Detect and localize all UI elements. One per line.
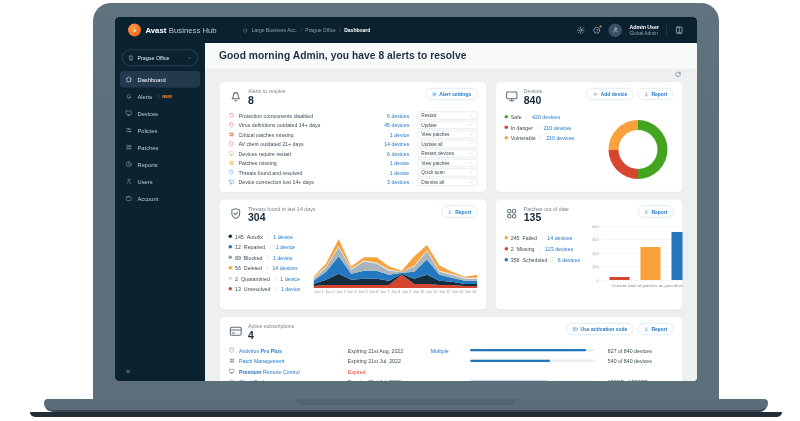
sidebar-menu: Dashboard Alerts NEW Devices — [115, 71, 205, 207]
usage-progress-bar — [470, 380, 595, 381]
dashboard-app: Avast Business Hub Large Business Acc. /… — [115, 17, 697, 381]
legend-label: Deleted — [244, 265, 262, 271]
sidebar-item-account[interactable]: Account — [120, 190, 200, 207]
legend-dot — [229, 277, 233, 281]
legend-label: Autofix — [247, 233, 263, 239]
legend-value-link[interactable]: 210 devices — [546, 135, 574, 141]
credit-card-icon — [572, 326, 578, 332]
subscription-name-link[interactable]: Premium Remote Control — [239, 368, 348, 374]
sidebar-item-dashboard[interactable]: Dashboard — [120, 71, 200, 88]
alert-action-select[interactable]: Update all — [417, 140, 477, 148]
alert-action-select[interactable]: Quick scan — [417, 168, 477, 176]
org-switcher-icon[interactable] — [675, 25, 685, 35]
alert-action-select[interactable]: Restart devices — [417, 149, 477, 157]
subscription-name-link[interactable]: Patch Management — [239, 358, 348, 364]
legend-value-link[interactable]: 6 devices — [558, 257, 580, 263]
legend-value-link[interactable]: 123 devices — [545, 246, 573, 252]
alert-action-select[interactable]: Restart — [417, 111, 477, 119]
refresh-icon[interactable] — [674, 71, 682, 79]
multiple-link[interactable]: Multiple — [431, 347, 470, 353]
legend-dot — [504, 126, 508, 130]
report-button[interactable]: Report — [637, 88, 673, 100]
legend-dot — [229, 235, 233, 239]
devices-link[interactable]: 6 devices — [366, 150, 409, 156]
breadcrumb-item[interactable]: Prague Office — [305, 27, 335, 33]
alert-list: Protection components disabled 6 devices… — [229, 111, 478, 187]
add-device-button[interactable]: Add device — [587, 88, 634, 100]
threats-x-axis-labels: Jun 1Jun 2Jun 3Jun 4Jun 5Jun 6Jun 7Jun 8… — [314, 288, 478, 294]
report-button[interactable]: Report — [637, 206, 673, 218]
alert-action-select[interactable]: Dismiss all — [417, 178, 477, 186]
legend-value-link[interactable]: 1 device — [276, 244, 296, 250]
sidebar-collapse-button[interactable]: « — [126, 367, 130, 376]
select-value: Quick scan — [421, 170, 445, 176]
breadcrumb-item[interactable]: Large Business Acc. — [252, 27, 297, 33]
legend-value-link[interactable]: 1 device — [281, 286, 301, 292]
sidebar-item-patches[interactable]: Patches — [120, 139, 200, 156]
sidebar-item-alerts[interactable]: Alerts NEW — [120, 88, 200, 105]
divider — [268, 234, 269, 239]
legend-dot — [504, 136, 508, 140]
cards-grid: Alerts to resolve 8 Alert settings — [205, 82, 697, 382]
devices-link[interactable]: 14 devices — [366, 141, 409, 147]
main-layout: Prague Office Dashboard Alerts NEW — [115, 43, 697, 381]
patches-bar-chart: 4003002001000 Current state of patches o… — [588, 226, 683, 288]
brand-bold: Avast — [146, 26, 167, 35]
legend-value-link[interactable]: 14 devices — [547, 235, 572, 241]
monitor-icon — [125, 110, 133, 118]
legend-value-link[interactable]: 1 device — [273, 254, 293, 260]
nav-actions: Admin User Global Admin — [577, 23, 684, 37]
threats-chart: Jun 1Jun 2Jun 3Jun 4Jun 5Jun 6Jun 7Jun 8… — [314, 225, 478, 294]
settings-gear-icon[interactable] — [577, 26, 586, 35]
subscription-name-link[interactable]: Cloud Backup — [239, 379, 348, 381]
legend-value-link[interactable]: 1 device — [280, 275, 300, 281]
button-label: Alert settings — [439, 91, 471, 97]
devices-link[interactable]: 45 devices — [366, 122, 409, 128]
usage-progress-bar — [470, 349, 595, 352]
legend-value-link[interactable]: 420 devices — [532, 114, 560, 120]
devices-link[interactable]: 1 device — [366, 169, 409, 175]
greeting-bar: Good morning Admin, you have 8 alerts to… — [205, 43, 697, 69]
sidebar-item-reports[interactable]: Reports — [120, 156, 200, 173]
usage-text: 120GB of 500GB — [608, 379, 674, 381]
person-icon — [612, 27, 619, 34]
notifications-button[interactable] — [593, 26, 602, 35]
legend-value-link[interactable]: 1 device — [273, 233, 293, 239]
user-avatar[interactable] — [609, 23, 623, 37]
legend-row: 2Missing123 devices — [504, 243, 588, 254]
subscription-name-link[interactable]: Antivirus Pro Plus — [239, 347, 348, 353]
button-label: Report — [455, 209, 471, 215]
avast-logo[interactable] — [128, 24, 141, 37]
subscriptions-count: 4 — [248, 329, 294, 341]
chevron-down-icon — [469, 180, 474, 185]
devices-link[interactable]: 3 devices — [366, 179, 409, 185]
legend-value-link[interactable]: 14 devices — [272, 265, 297, 271]
alert-action-select[interactable]: View patches — [417, 130, 477, 138]
sidebar-item-devices[interactable]: Devices — [120, 105, 200, 122]
alert-action-select[interactable]: Update — [417, 121, 477, 129]
alert-settings-button[interactable]: Alert settings — [425, 88, 477, 100]
sidebar-item-policies[interactable]: Policies — [120, 122, 200, 139]
alert-action-select[interactable]: View patches — [417, 159, 477, 167]
sidebar-item-users[interactable]: Users — [120, 173, 200, 190]
download-icon — [643, 326, 649, 332]
devices-link[interactable]: 1 device — [366, 160, 409, 166]
divider — [268, 255, 269, 260]
briefcase-icon — [125, 195, 133, 203]
use-activation-code-button[interactable]: Use activation code — [566, 323, 633, 335]
sidebar-item-label: Reports — [138, 161, 158, 167]
subscription-row: Patch Management Expiring 21st Jul, 2022… — [229, 356, 674, 367]
devices-link[interactable]: 6 devices — [366, 112, 409, 118]
site-selector[interactable]: Prague Office — [122, 50, 198, 67]
laptop-bezel: Avast Business Hub Large Business Acc. /… — [93, 3, 719, 399]
alert-label: Devices require restart — [239, 150, 363, 156]
report-button[interactable]: Report — [637, 323, 673, 335]
legend-value-link[interactable]: 210 devices — [543, 124, 571, 130]
user-menu[interactable]: Admin User Global Admin — [630, 24, 659, 36]
building-icon — [128, 55, 134, 61]
top-nav: Avast Business Hub Large Business Acc. /… — [115, 17, 697, 43]
subscriptions-card: Active subscriptions 4 Use activation co… — [219, 317, 683, 382]
report-button[interactable]: Report — [441, 206, 477, 218]
devices-link[interactable]: 1 device — [366, 131, 409, 137]
breadcrumb-separator: / — [300, 27, 301, 33]
